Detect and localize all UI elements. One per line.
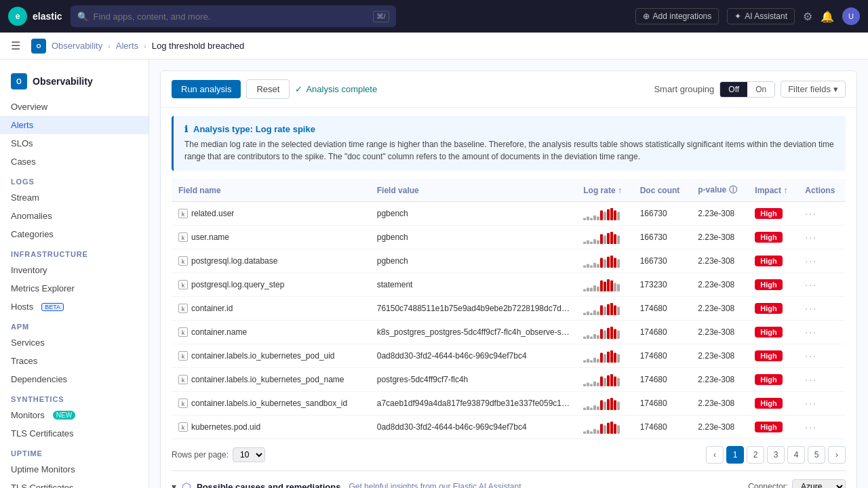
svg-rect-63	[610, 327, 613, 339]
p-value-info-icon[interactable]: ⓘ	[729, 185, 737, 195]
sidebar-item-label: Hosts	[11, 302, 33, 312]
col-p-value: p-value ⓘ	[691, 179, 748, 202]
actions-menu-icon[interactable]: ···	[805, 374, 817, 385]
search-input[interactable]	[94, 12, 368, 22]
causes-toggle-icon[interactable]: ▾	[172, 481, 176, 488]
impact-sort-icon[interactable]: ↑	[783, 186, 787, 195]
cell-actions[interactable]: ···	[798, 202, 846, 226]
breadcrumb-alerts[interactable]: Alerts	[116, 41, 138, 51]
cell-p-value: 2.23e-308	[691, 321, 748, 344]
reset-button[interactable]: Reset	[246, 79, 290, 99]
actions-menu-icon[interactable]: ···	[805, 398, 817, 409]
settings-icon[interactable]: ⚙	[803, 10, 812, 23]
sidebar-item-services[interactable]: Services	[0, 333, 149, 352]
actions-menu-icon[interactable]: ···	[805, 327, 817, 338]
sidebar-item-cases[interactable]: Cases	[0, 152, 149, 171]
svg-rect-11	[583, 241, 586, 244]
svg-rect-38	[600, 281, 603, 291]
rows-per-page: Rows per page: 10 25 50	[172, 447, 265, 462]
cell-field-name: kpostgresql.log.query_step	[172, 273, 370, 297]
sidebar-item-slos[interactable]: SLOs	[0, 134, 149, 152]
sidebar-item-uptime-monitors[interactable]: Uptime Monitors	[0, 460, 149, 479]
page-3-button[interactable]: 3	[767, 446, 785, 464]
sidebar-item-categories[interactable]: Categories	[0, 225, 149, 243]
user-avatar[interactable]: U	[842, 7, 860, 25]
svg-rect-15	[597, 241, 599, 244]
ai-assistant-button[interactable]: ✦ AI Assistant	[727, 8, 795, 24]
menu-icon[interactable]: ☰	[11, 39, 20, 52]
sidebar-item-metrics-explorer[interactable]: Metrics Explorer	[0, 279, 149, 298]
actions-menu-icon[interactable]: ···	[805, 303, 817, 314]
breadcrumb-observability[interactable]: Observability	[52, 41, 102, 51]
rows-per-page-select[interactable]: 10 25 50	[233, 447, 265, 462]
actions-menu-icon[interactable]: ···	[805, 256, 817, 266]
svg-rect-99	[583, 431, 586, 434]
col-actions: Actions	[798, 179, 846, 202]
actions-menu-icon[interactable]: ···	[805, 422, 817, 432]
cell-log-rate	[576, 297, 633, 321]
actions-menu-icon[interactable]: ···	[805, 279, 817, 290]
cell-field-name: kcontainer.name	[172, 321, 370, 344]
page-prev-button[interactable]: ‹	[706, 446, 724, 464]
cell-actions[interactable]: ···	[798, 415, 846, 439]
sidebar-header: O Observability	[0, 68, 149, 98]
sidebar-item-tls-certs[interactable]: TLS Certificates	[0, 479, 149, 488]
cell-actions[interactable]: ···	[798, 249, 846, 273]
impact-badge: High	[755, 327, 782, 338]
cell-actions[interactable]: ···	[798, 368, 846, 392]
actions-menu-icon[interactable]: ···	[805, 350, 817, 361]
connector-select[interactable]: Azure OpenAI	[792, 479, 846, 488]
sidebar-item-label: Uptime Monitors	[11, 464, 75, 474]
notifications-icon[interactable]: 🔔	[821, 10, 834, 23]
log-rate-sort-icon[interactable]: ↑	[618, 186, 622, 195]
sidebar-item-alerts[interactable]: Alerts	[0, 116, 149, 134]
panel-toolbar: Run analysis Reset ✓ Analysis complete S…	[161, 71, 856, 108]
run-analysis-button[interactable]: Run analysis	[172, 80, 241, 98]
add-integrations-button[interactable]: ⊕ Add integrations	[635, 8, 719, 24]
sidebar-item-overview[interactable]: Overview	[0, 98, 149, 116]
causes-header: ▾ ⬡ Possible causes and remediations Get…	[172, 479, 846, 488]
page-5-button[interactable]: 5	[808, 446, 825, 464]
svg-rect-82	[600, 377, 603, 386]
sidebar-item-dependencies[interactable]: Dependencies	[0, 370, 149, 388]
sidebar-item-tls-certificates[interactable]: TLS Certificates	[0, 424, 149, 443]
svg-rect-66	[583, 360, 586, 363]
cell-actions[interactable]: ···	[798, 344, 846, 368]
sidebar-item-anomalies[interactable]: Anomalies	[0, 207, 149, 225]
cell-actions[interactable]: ···	[798, 226, 846, 249]
page-next-button[interactable]: ›	[828, 446, 846, 464]
actions-menu-icon[interactable]: ···	[805, 232, 817, 243]
cell-actions[interactable]: ···	[798, 392, 846, 415]
cell-actions[interactable]: ···	[798, 321, 846, 344]
svg-rect-1	[587, 217, 589, 220]
cell-impact: High	[748, 273, 798, 297]
cell-actions[interactable]: ···	[798, 273, 846, 297]
col-field-value: Field value	[370, 179, 577, 202]
cell-p-value: 2.23e-308	[691, 368, 748, 392]
causes-title: Possible causes and remediations	[197, 482, 340, 489]
sidebar-item-label: Overview	[11, 102, 47, 112]
page-1-button[interactable]: 1	[726, 446, 744, 464]
topbar: e elastic 🔍 ⌘/ ⊕ Add integrations ✦ AI A…	[0, 0, 868, 33]
page-2-button[interactable]: 2	[747, 446, 764, 464]
sidebar-item-traces[interactable]: Traces	[0, 352, 149, 370]
smart-grouping-on[interactable]: On	[747, 82, 774, 97]
page-4-button[interactable]: 4	[787, 446, 805, 464]
elastic-logo[interactable]: e	[8, 7, 27, 26]
smart-grouping-toggle[interactable]: Off On	[719, 81, 775, 98]
sidebar-item-stream[interactable]: Stream	[0, 188, 149, 207]
sidebar-item-hosts[interactable]: Hosts BETA	[0, 298, 149, 316]
cell-actions[interactable]: ···	[798, 297, 846, 321]
svg-rect-19	[610, 232, 613, 244]
actions-menu-icon[interactable]: ···	[805, 208, 817, 219]
svg-rect-104	[600, 424, 603, 434]
search-icon: 🔍	[77, 12, 88, 22]
svg-rect-73	[607, 352, 610, 363]
filter-fields-button[interactable]: Filter fields ▾	[781, 81, 846, 98]
svg-rect-92	[597, 407, 599, 410]
search-bar[interactable]: 🔍 ⌘/	[71, 5, 396, 27]
sidebar-item-inventory[interactable]: Inventory	[0, 261, 149, 279]
smart-grouping-off[interactable]: Off	[720, 82, 747, 97]
sidebar-item-monitors[interactable]: Monitors NEW	[0, 406, 149, 424]
field-type-icon: k	[178, 375, 188, 384]
